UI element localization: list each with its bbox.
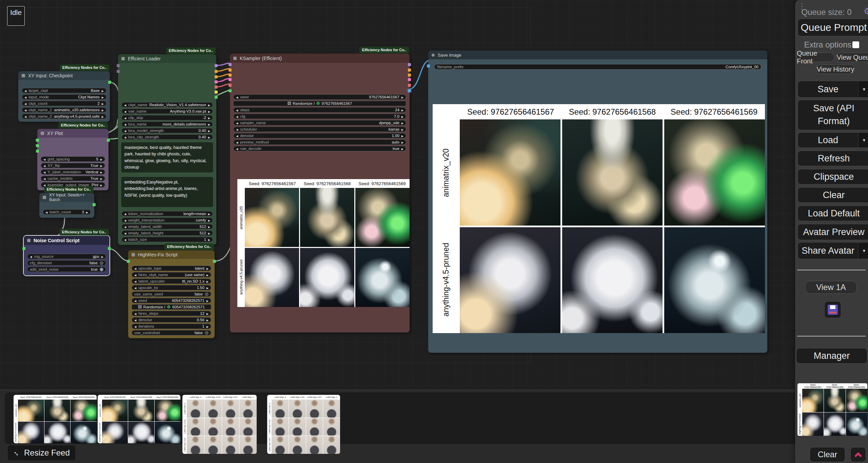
spinner-left-icon[interactable] (124, 135, 126, 139)
widget-input-mode[interactable]: input_modeCkpt Names (22, 94, 106, 100)
collapse-dot-icon[interactable] (22, 74, 25, 77)
widget-xy-flip[interactable]: XY_flipTrue (41, 163, 105, 168)
node-header[interactable]: Noise Control Script (24, 236, 110, 245)
spinner-right-icon[interactable] (208, 103, 210, 107)
widget-filename-prefix[interactable]: filename_prefixComfyUI\xyplot_00 (434, 64, 761, 70)
toggle-off-icon[interactable] (205, 331, 209, 335)
spinner-right-icon[interactable] (401, 134, 403, 138)
widget-denoise[interactable]: denoise0.56 (132, 317, 211, 323)
spinner-right-icon[interactable] (208, 109, 210, 113)
spinner-left-icon[interactable] (24, 95, 26, 99)
load-button[interactable]: Load (797, 132, 868, 148)
widget-cache-models[interactable]: cache_modelsTrue (41, 176, 105, 181)
spinner-left-icon[interactable] (124, 103, 126, 107)
slot-vae-input[interactable] (229, 84, 232, 87)
spinner-right-icon[interactable] (206, 318, 209, 322)
slot-xy-output[interactable] (108, 81, 111, 84)
spinner-left-icon[interactable] (124, 231, 126, 235)
spinner-right-icon[interactable] (206, 273, 209, 277)
slot-positive-input[interactable] (229, 69, 232, 72)
spinner-right-icon[interactable] (208, 116, 210, 120)
slot-latent-image-input[interactable] (229, 78, 232, 81)
spinner-right-icon[interactable] (100, 176, 102, 180)
node-header[interactable]: Efficient Loader (118, 54, 216, 63)
spinner-right-icon[interactable] (401, 140, 403, 144)
spinner-left-icon[interactable] (236, 140, 238, 144)
collapse-dot-icon[interactable] (43, 196, 46, 199)
spinner-left-icon[interactable] (236, 121, 238, 125)
node-xy-input-checkpoint[interactable]: Efficiency Nodes for Co.. XY Input: Chec… (18, 71, 110, 122)
collapse-feed-button[interactable] (850, 447, 866, 462)
spinner-left-icon[interactable] (134, 318, 136, 322)
spinner-right-icon[interactable] (208, 212, 210, 216)
spinner-right-icon[interactable] (206, 279, 209, 283)
spinner-left-icon[interactable] (43, 157, 45, 161)
spinner-right-icon[interactable] (401, 108, 403, 112)
comfyui-canvas[interactable]: Efficiency Nodes for Co.. XY Input: Chec… (0, 0, 868, 463)
widget-iterations[interactable]: iterations1 (132, 324, 211, 329)
collapse-dot-icon[interactable] (121, 57, 125, 60)
spinner-left-icon[interactable] (134, 324, 136, 328)
slot-cnet-stack-input[interactable] (117, 70, 120, 73)
spinner-right-icon[interactable] (100, 157, 102, 161)
spinner-right-icon[interactable] (206, 298, 209, 303)
slot-clip-output[interactable] (215, 91, 218, 94)
save-api-format-button[interactable]: Save (API Format) (797, 100, 868, 130)
spinner-right-icon[interactable] (102, 95, 104, 99)
widget-lora-clip-strength[interactable]: lora_clip_strength0.40 (121, 134, 213, 140)
toggle-off-icon[interactable] (205, 292, 209, 296)
node-header[interactable]: Save Image (428, 51, 767, 59)
widget-hires-steps[interactable]: hires_steps12 (132, 311, 211, 316)
slot-conditioning-minus-output[interactable] (215, 75, 218, 78)
node-save-image[interactable]: Save Image filename_prefixComfyUI\xyplot… (428, 51, 767, 353)
spinner-right-icon[interactable] (206, 266, 209, 270)
node-xy-input-seeds-batch[interactable]: Efficiency Nodes for Co.. XY Input: Seed… (39, 193, 94, 218)
clipspace-button[interactable]: Clipspace (797, 169, 868, 185)
spinner-right-icon[interactable] (401, 127, 403, 131)
widget-clip-skip[interactable]: clip_skip-2 (121, 115, 213, 120)
widget-vae-name[interactable]: vae_nameAnything-V3.0.vae.pt (121, 109, 213, 114)
widget-upscale-type[interactable]: upscale_typelatent (132, 266, 211, 271)
widget-target-ckpt[interactable]: target_ckptBase (22, 88, 106, 93)
spinner-left-icon[interactable] (124, 218, 126, 222)
spinner-left-icon[interactable] (236, 114, 238, 118)
view-queue-button[interactable]: View Queue (836, 53, 868, 62)
queue-front-button[interactable]: Queue Front (796, 53, 834, 62)
slot-lora-stack-input[interactable] (117, 64, 120, 67)
widget-ckpt-name-1[interactable]: ckpt_name_1animatrix_v20.safetensors (22, 107, 106, 113)
node-header[interactable]: HighRes-Fix Script (128, 250, 215, 259)
spinner-right-icon[interactable] (206, 311, 209, 315)
widget-preview-method[interactable]: preview_methodauto (233, 139, 406, 145)
widget-latent-upscaler[interactable]: latent_upscalerttl_nn.SD 1.x (132, 278, 211, 284)
slot-latent-output[interactable] (215, 80, 218, 83)
node-highres-fix-script[interactable]: Efficiency Nodes for Co.. HighRes-Fix Sc… (128, 250, 215, 338)
spinner-left-icon[interactable] (124, 122, 126, 126)
slot-model-input[interactable] (229, 63, 232, 66)
extra-options-checkbox[interactable] (852, 41, 859, 48)
spinner-right-icon[interactable] (86, 210, 88, 214)
gear-icon[interactable] (864, 6, 868, 17)
spinner-left-icon[interactable] (24, 89, 26, 93)
collapse-dot-icon[interactable] (41, 132, 44, 135)
spinner-left-icon[interactable] (134, 273, 136, 277)
negative-prompt-textarea[interactable]: embedding:EasyNegative.pt, embedding:bad… (121, 177, 213, 207)
slot-conditioning-minus-output[interactable] (408, 74, 411, 77)
slot-script-input[interactable] (127, 260, 130, 263)
slot-script-output[interactable] (213, 260, 216, 263)
slot-vae-output[interactable] (408, 84, 411, 87)
spinner-right-icon[interactable] (102, 101, 104, 105)
spinner-right-icon[interactable] (208, 218, 210, 222)
spinner-right-icon[interactable] (206, 286, 209, 290)
slot-conditioning-plus-output[interactable] (408, 69, 411, 72)
widget-y-label-orientation[interactable]: Y_label_orientationVertical (41, 169, 105, 175)
slot-image-output[interactable] (408, 89, 411, 92)
slot-dependencies-input[interactable] (36, 139, 39, 142)
collapse-dot-icon[interactable] (432, 54, 435, 57)
spinner-left-icon[interactable] (134, 298, 136, 303)
spinner-right-icon[interactable] (401, 121, 403, 125)
feed-thumbnail-xyplot[interactable]: Seed: 97627656461567 Seed: 9762765646156… (98, 395, 180, 443)
load-default-button[interactable]: Load Default (797, 206, 868, 221)
chevron-down-icon[interactable] (858, 81, 868, 97)
spinner-left-icon[interactable] (24, 114, 26, 118)
widget-lora-name[interactable]: lora_namemore_details.safetensors (121, 121, 213, 127)
